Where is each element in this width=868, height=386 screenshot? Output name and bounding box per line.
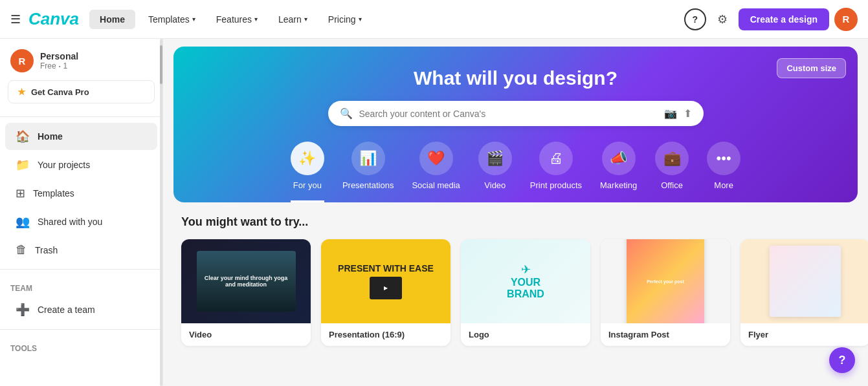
hero-title: What will you design? xyxy=(192,67,840,89)
category-social-media[interactable]: ❤️ Social media xyxy=(412,142,460,202)
features-nav-button[interactable]: Features ▾ xyxy=(208,10,265,29)
category-presentations[interactable]: 📊 Presentations xyxy=(342,142,394,202)
category-more[interactable]: ••• More xyxy=(707,142,740,202)
sidebar-avatar[interactable]: R xyxy=(10,49,34,72)
chevron-down-icon: ▾ xyxy=(254,16,258,23)
topnav: ☰ Canva Home Templates ▾ Features ▾ Lear… xyxy=(0,0,868,39)
suggestion-label-presentation: Presentation (16:9) xyxy=(321,323,451,346)
learn-nav-button[interactable]: Learn ▾ xyxy=(271,10,315,29)
video-thumb-text: Clear your mind through yoga and meditat… xyxy=(202,275,291,288)
office-icon: 💼 xyxy=(655,142,689,175)
pres-thumb-text: PRESENT WITH EASE xyxy=(338,263,434,274)
sidebar-divider-1 xyxy=(0,116,162,117)
sidebar-user-section: R Personal Free • 1 xyxy=(0,39,162,80)
search-input[interactable] xyxy=(359,109,658,119)
suggestion-card-flyer[interactable]: Flyer xyxy=(740,239,868,346)
templates-nav-button[interactable]: Templates ▾ xyxy=(140,10,203,29)
category-video[interactable]: 🎬 Video xyxy=(478,142,512,202)
get-canva-pro-button[interactable]: ★ Get Canva Pro xyxy=(8,80,155,103)
sidebar-divider-2 xyxy=(0,269,162,270)
marketing-icon: 📣 xyxy=(602,142,636,175)
category-presentations-label: Presentations xyxy=(342,180,394,190)
suggestion-label-logo: Logo xyxy=(461,323,590,346)
category-print[interactable]: 🖨 Print products xyxy=(530,142,582,202)
suggestion-label-instagram: Instagram Post xyxy=(601,323,730,346)
sidebar-username: Personal xyxy=(40,51,78,61)
grid-icon: ⊞ xyxy=(16,186,25,200)
suggestions-grid: Clear your mind through yoga and meditat… xyxy=(181,239,850,346)
upload-icon[interactable]: ⬆ xyxy=(684,107,692,120)
category-office[interactable]: 💼 Office xyxy=(655,142,689,202)
help-fab-button[interactable]: ? xyxy=(829,347,855,373)
sidebar-item-templates[interactable]: ⊞ Templates xyxy=(5,180,157,207)
custom-size-button[interactable]: Custom size xyxy=(777,58,846,78)
chevron-down-icon: ▾ xyxy=(359,16,362,23)
chevron-down-icon: ▾ xyxy=(192,16,195,23)
pres-thumb-image: ▶ xyxy=(370,277,402,299)
suggestions-section: You might want to try... Clear your mind… xyxy=(163,202,868,359)
tools-section-label: Tools xyxy=(0,335,162,356)
more-icon: ••• xyxy=(707,142,740,175)
scroll-thumb xyxy=(160,45,162,84)
scroll-indicator xyxy=(160,39,162,386)
suggestion-card-video[interactable]: Clear your mind through yoga and meditat… xyxy=(181,239,311,346)
suggestion-card-logo[interactable]: ✈ YOURBRAND Logo xyxy=(461,239,590,346)
user-avatar[interactable]: R xyxy=(834,8,858,31)
add-team-icon: ➕ xyxy=(16,303,30,317)
suggestion-thumb-flyer xyxy=(740,239,868,323)
suggestion-card-presentation[interactable]: PRESENT WITH EASE ▶ Presentation (16:9) xyxy=(321,239,451,346)
flyer-thumb-inner xyxy=(770,246,841,317)
canva-logo[interactable]: Canva xyxy=(28,9,79,29)
create-design-button[interactable]: Create a design xyxy=(739,8,829,30)
category-for-you-label: For you xyxy=(293,180,322,190)
category-for-you[interactable]: ✨ For you xyxy=(291,142,324,202)
help-button[interactable]: ? xyxy=(684,8,706,30)
suggestion-thumb-video: Clear your mind through yoga and meditat… xyxy=(181,239,311,323)
search-icon: 🔍 xyxy=(340,107,353,120)
chevron-down-icon: ▾ xyxy=(304,16,307,23)
logo-thumb-text: YOURBRAND xyxy=(507,277,544,299)
presentations-icon: 📊 xyxy=(351,142,385,175)
camera-icon[interactable]: 📷 xyxy=(664,107,677,120)
sidebar-item-create-team[interactable]: ➕ Create a team xyxy=(5,296,157,323)
category-video-label: Video xyxy=(484,180,506,190)
search-actions: 📷 ⬆ xyxy=(664,107,692,120)
category-office-label: Office xyxy=(661,180,683,190)
suggestion-card-instagram[interactable]: Perfect your post Instagram Post xyxy=(601,239,730,346)
sidebar-item-shared-label: Shared with you xyxy=(38,217,102,227)
category-print-label: Print products xyxy=(530,180,582,190)
sidebar-item-projects-label: Your projects xyxy=(38,160,90,170)
suggestion-label-video: Video xyxy=(181,323,311,346)
sidebar-item-templates-label: Templates xyxy=(33,188,74,198)
sidebar-item-home-label: Home xyxy=(38,131,63,142)
pricing-nav-button[interactable]: Pricing ▾ xyxy=(320,10,370,29)
suggestion-label-flyer: Flyer xyxy=(740,323,868,346)
category-marketing-label: Marketing xyxy=(600,180,637,190)
suggestion-thumb-instagram: Perfect your post xyxy=(601,239,730,323)
video-icon: 🎬 xyxy=(478,142,512,175)
sidebar-user-info: Personal Free • 1 xyxy=(40,51,78,70)
category-marketing[interactable]: 📣 Marketing xyxy=(600,142,637,202)
trash-icon: 🗑 xyxy=(16,243,27,257)
star-icon: ★ xyxy=(17,87,26,97)
sidebar-item-home[interactable]: 🏠 Home xyxy=(5,123,157,150)
social-media-icon: ❤️ xyxy=(419,142,453,175)
dot-separator: • xyxy=(59,63,61,69)
insta-thumb-text: Perfect your post xyxy=(647,279,684,284)
home-icon: 🏠 xyxy=(16,129,30,144)
sidebar: R Personal Free • 1 ★ Get Canva Pro 🏠 Ho… xyxy=(0,39,163,386)
hero-section: Custom size What will you design? 🔍 📷 ⬆ … xyxy=(173,47,858,202)
team-section-label: Team xyxy=(0,275,162,295)
sidebar-item-projects[interactable]: 📁 Your projects xyxy=(5,151,157,178)
hero-categories: ✨ For you 📊 Presentations ❤️ Social medi… xyxy=(192,142,840,202)
settings-button[interactable]: ⚙ xyxy=(711,8,733,30)
sidebar-item-trash-label: Trash xyxy=(35,245,58,255)
sidebar-plan: Free • 1 xyxy=(40,61,78,70)
home-nav-button[interactable]: Home xyxy=(89,10,135,29)
main-content: Custom size What will you design? 🔍 📷 ⬆ … xyxy=(163,39,868,386)
sidebar-item-shared[interactable]: 👥 Shared with you xyxy=(5,208,157,235)
suggestion-thumb-logo: ✈ YOURBRAND xyxy=(461,239,590,323)
menu-icon[interactable]: ☰ xyxy=(10,12,21,27)
people-icon: 👥 xyxy=(16,215,30,229)
sidebar-item-trash[interactable]: 🗑 Trash xyxy=(5,237,157,263)
